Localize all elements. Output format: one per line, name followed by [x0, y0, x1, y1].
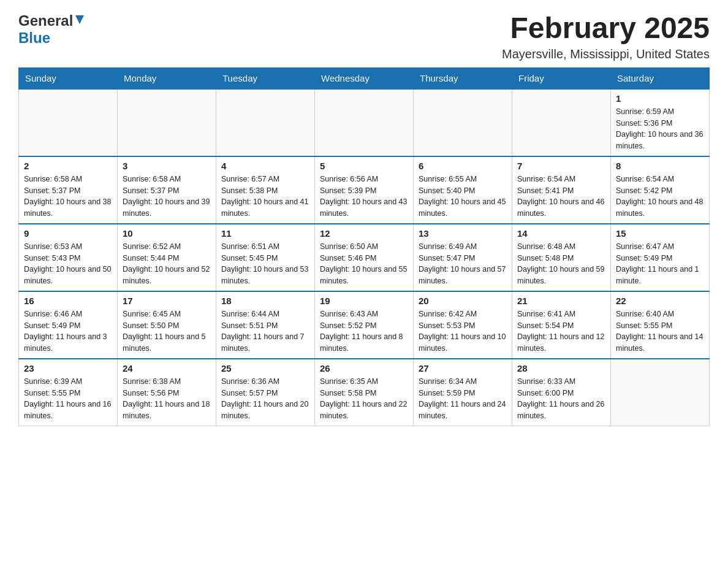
day-info-text: Sunrise: 6:54 AM — [616, 174, 704, 185]
day-info-text: Sunrise: 6:52 AM — [123, 241, 211, 253]
day-info-text: Daylight: 10 hours and 39 minutes. — [123, 196, 211, 220]
logo-triangle-icon — [74, 14, 85, 28]
calendar-week-row: 16Sunrise: 6:46 AMSunset: 5:49 PMDayligh… — [19, 291, 710, 359]
day-info-text: Daylight: 10 hours and 55 minutes. — [320, 264, 408, 287]
calendar-cell: 14Sunrise: 6:48 AMSunset: 5:48 PMDayligh… — [512, 224, 611, 291]
day-number: 17 — [123, 296, 211, 306]
day-number: 25 — [221, 363, 309, 373]
day-number: 7 — [517, 161, 605, 171]
day-info-text: Sunrise: 6:48 AM — [517, 241, 605, 253]
day-info-text: Sunset: 5:45 PM — [221, 253, 309, 264]
day-number: 19 — [320, 296, 408, 306]
day-info-text: Sunrise: 6:41 AM — [517, 308, 605, 320]
day-info-text: Daylight: 11 hours and 3 minutes. — [24, 331, 112, 354]
day-info-text: Sunrise: 6:42 AM — [419, 308, 507, 320]
day-info-text: Daylight: 10 hours and 46 minutes. — [517, 196, 605, 220]
day-info-text: Sunset: 5:48 PM — [517, 253, 605, 264]
calendar-cell: 23Sunrise: 6:39 AMSunset: 5:55 PMDayligh… — [19, 359, 118, 426]
day-info-text: Daylight: 11 hours and 26 minutes. — [517, 399, 605, 422]
day-info-text: Daylight: 10 hours and 59 minutes. — [517, 264, 605, 287]
day-info-text: Sunset: 5:55 PM — [616, 320, 704, 332]
day-info-text: Sunset: 5:49 PM — [24, 320, 112, 332]
day-info-text: Daylight: 11 hours and 18 minutes. — [123, 399, 211, 422]
day-info-text: Sunset: 5:49 PM — [616, 253, 704, 264]
day-info-text: Sunrise: 6:45 AM — [123, 308, 211, 320]
day-number: 2 — [24, 161, 112, 171]
day-info-text: Daylight: 11 hours and 7 minutes. — [221, 331, 309, 354]
day-info-text: Sunset: 5:37 PM — [24, 185, 112, 197]
calendar-cell — [118, 89, 216, 156]
day-of-week-header: Friday — [512, 67, 611, 89]
day-info-text: Sunrise: 6:47 AM — [616, 241, 704, 253]
day-info-text: Sunrise: 6:50 AM — [320, 241, 408, 253]
day-of-week-header: Sunday — [19, 67, 118, 89]
day-of-week-header: Wednesday — [315, 67, 414, 89]
day-number: 11 — [221, 228, 309, 239]
day-info-text: Sunrise: 6:54 AM — [517, 174, 605, 185]
day-info-text: Daylight: 11 hours and 14 minutes. — [616, 331, 704, 354]
calendar-cell: 8Sunrise: 6:54 AMSunset: 5:42 PMDaylight… — [611, 156, 710, 224]
day-info-text: Sunset: 5:38 PM — [221, 185, 309, 197]
logo-blue-text: Blue — [18, 29, 50, 47]
day-info-text: Daylight: 11 hours and 10 minutes. — [419, 331, 507, 354]
day-info-text: Sunset: 5:42 PM — [616, 185, 704, 197]
logo-general-text: General — [18, 12, 73, 29]
calendar-cell: 24Sunrise: 6:38 AMSunset: 5:56 PMDayligh… — [118, 359, 216, 426]
calendar-cell: 22Sunrise: 6:40 AMSunset: 5:55 PMDayligh… — [611, 291, 710, 359]
calendar-cell — [216, 89, 315, 156]
day-info-text: Daylight: 11 hours and 5 minutes. — [123, 331, 211, 354]
calendar-cell: 11Sunrise: 6:51 AMSunset: 5:45 PMDayligh… — [216, 224, 315, 291]
day-headers-row: SundayMondayTuesdayWednesdayThursdayFrid… — [19, 67, 710, 89]
day-number: 16 — [24, 296, 112, 306]
day-info-text: Sunrise: 6:58 AM — [123, 174, 211, 185]
calendar-cell — [611, 359, 710, 426]
day-info-text: Sunset: 5:43 PM — [24, 253, 112, 264]
day-info-text: Daylight: 10 hours and 52 minutes. — [123, 264, 211, 287]
day-info-text: Sunset: 5:52 PM — [320, 320, 408, 332]
title-section: February 2025 Mayersville, Mississippi, … — [502, 12, 710, 61]
day-number: 27 — [419, 363, 507, 373]
day-number: 14 — [517, 228, 605, 239]
location-title: Mayersville, Mississippi, United States — [502, 47, 710, 61]
calendar-cell: 4Sunrise: 6:57 AMSunset: 5:38 PMDaylight… — [216, 156, 315, 224]
calendar-cell: 28Sunrise: 6:33 AMSunset: 6:00 PMDayligh… — [512, 359, 611, 426]
day-info-text: Daylight: 10 hours and 43 minutes. — [320, 196, 408, 220]
calendar-cell: 3Sunrise: 6:58 AMSunset: 5:37 PMDaylight… — [118, 156, 216, 224]
calendar-cell — [414, 89, 512, 156]
day-info-text: Daylight: 11 hours and 16 minutes. — [24, 399, 112, 422]
day-of-week-header: Monday — [118, 67, 216, 89]
day-info-text: Sunrise: 6:35 AM — [320, 376, 408, 388]
day-number: 5 — [320, 161, 408, 171]
day-info-text: Daylight: 10 hours and 41 minutes. — [221, 196, 309, 220]
day-info-text: Sunset: 5:50 PM — [123, 320, 211, 332]
day-number: 18 — [221, 296, 309, 306]
day-number: 1 — [616, 93, 704, 104]
day-info-text: Sunset: 5:59 PM — [419, 388, 507, 399]
day-info-text: Sunrise: 6:46 AM — [24, 308, 112, 320]
calendar-table: SundayMondayTuesdayWednesdayThursdayFrid… — [18, 67, 710, 426]
calendar-cell: 18Sunrise: 6:44 AMSunset: 5:51 PMDayligh… — [216, 291, 315, 359]
day-info-text: Sunrise: 6:36 AM — [221, 376, 309, 388]
logo: General Blue — [18, 12, 85, 47]
day-number: 23 — [24, 363, 112, 373]
calendar-cell: 20Sunrise: 6:42 AMSunset: 5:53 PMDayligh… — [414, 291, 512, 359]
calendar-cell: 17Sunrise: 6:45 AMSunset: 5:50 PMDayligh… — [118, 291, 216, 359]
day-info-text: Sunrise: 6:33 AM — [517, 376, 605, 388]
day-number: 26 — [320, 363, 408, 373]
day-of-week-header: Thursday — [414, 67, 512, 89]
day-info-text: Sunset: 5:39 PM — [320, 185, 408, 197]
day-info-text: Sunrise: 6:40 AM — [616, 308, 704, 320]
day-number: 6 — [419, 161, 507, 171]
day-number: 24 — [123, 363, 211, 373]
calendar-cell: 2Sunrise: 6:58 AMSunset: 5:37 PMDaylight… — [19, 156, 118, 224]
calendar-cell: 16Sunrise: 6:46 AMSunset: 5:49 PMDayligh… — [19, 291, 118, 359]
day-number: 15 — [616, 228, 704, 239]
day-info-text: Sunrise: 6:58 AM — [24, 174, 112, 185]
day-info-text: Sunset: 5:51 PM — [221, 320, 309, 332]
calendar-cell — [512, 89, 611, 156]
day-of-week-header: Saturday — [611, 67, 710, 89]
calendar-cell — [19, 89, 118, 156]
calendar-cell: 10Sunrise: 6:52 AMSunset: 5:44 PMDayligh… — [118, 224, 216, 291]
calendar-cell: 1Sunrise: 6:59 AMSunset: 5:36 PMDaylight… — [611, 89, 710, 156]
day-info-text: Sunrise: 6:59 AM — [616, 106, 704, 118]
